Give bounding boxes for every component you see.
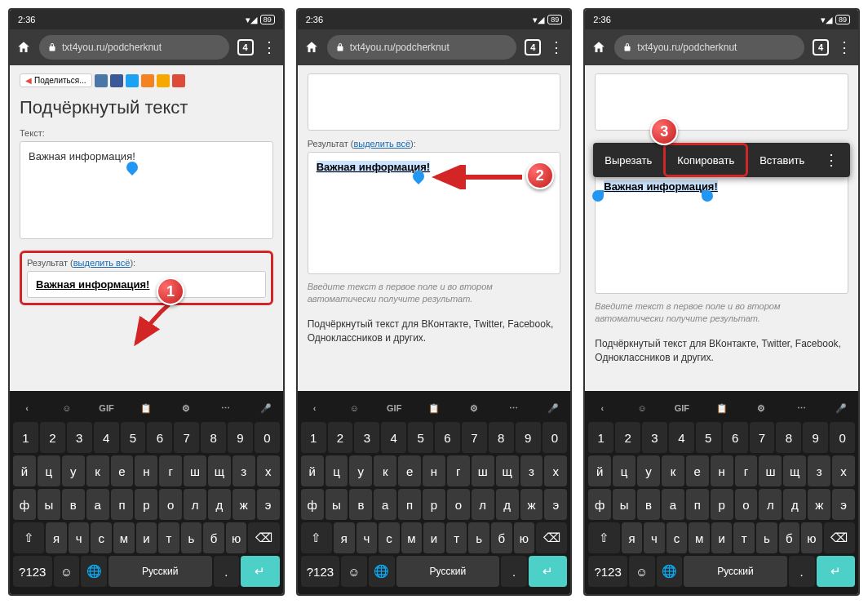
result-textbox[interactable]: Важная информация! [595,171,848,294]
key-letter[interactable]: щ [496,455,519,486]
gif-button[interactable]: GIF [383,397,405,419]
key-6[interactable]: 6 [435,422,460,453]
facebook-icon[interactable] [110,74,123,87]
globe-key[interactable]: 🌐 [657,556,683,587]
key-letter[interactable]: у [637,455,660,486]
selection-handle-right-icon[interactable] [702,190,713,202]
clipboard-icon[interactable]: 📋 [135,397,157,419]
key-letter[interactable]: ц [326,455,348,486]
key-letter[interactable]: ы [38,489,60,520]
key-letter[interactable]: л [184,489,206,520]
key-3[interactable]: 3 [642,422,667,453]
key-letter[interactable]: к [374,455,396,486]
key-6[interactable]: 6 [147,422,172,453]
space-key[interactable]: Русский [684,556,787,587]
key-letter[interactable]: в [349,489,372,520]
key-7[interactable]: 7 [462,422,487,453]
more-icon[interactable]: ⋯ [790,397,812,419]
google-icon[interactable] [172,74,185,87]
key-letter[interactable]: у [62,455,85,486]
key-letter[interactable]: ю [801,522,822,553]
input-textbox[interactable]: Важная информация! [20,141,273,239]
period-key[interactable]: . [501,556,527,587]
globe-key[interactable]: 🌐 [81,556,107,587]
key-4[interactable]: 4 [94,422,119,453]
symbols-key[interactable]: ?123 [13,556,52,587]
key-letter[interactable]: м [689,522,710,553]
clipboard-icon[interactable]: 📋 [711,397,733,419]
period-key[interactable]: . [214,556,240,587]
period-key[interactable]: . [789,556,815,587]
key-letter[interactable]: х [257,455,280,486]
key-0[interactable]: 0 [830,422,855,453]
key-2[interactable]: 2 [328,422,353,453]
key-letter[interactable]: т [733,522,755,553]
key-letter[interactable]: г [735,455,758,486]
key-8[interactable]: 8 [489,422,514,453]
key-letter[interactable]: х [832,455,855,486]
key-letter[interactable]: н [135,455,157,486]
key-letter[interactable]: в [637,489,660,520]
shift-key[interactable]: ⇧ [588,522,619,553]
key-letter[interactable]: л [759,489,782,520]
key-7[interactable]: 7 [750,422,775,453]
gif-button[interactable]: GIF [96,397,117,419]
menu-icon[interactable]: ⋮ [549,38,564,56]
more-menuitem[interactable]: ⋮ [816,151,847,169]
more-icon[interactable]: ⋯ [215,397,237,419]
key-letter[interactable]: ч [69,522,90,553]
key-letter[interactable]: ч [356,522,378,553]
collapse-icon[interactable]: ‹ [304,397,326,419]
key-2[interactable]: 2 [40,422,65,453]
key-letter[interactable]: п [111,489,134,520]
collapse-icon[interactable]: ‹ [591,397,613,419]
home-icon[interactable] [304,40,319,55]
key-letter[interactable]: ы [613,489,636,520]
key-letter[interactable]: ы [326,489,348,520]
mic-icon[interactable]: 🎤 [255,397,277,419]
url-bar[interactable]: txt4you.ru/podcherknut [327,35,517,60]
selection-handle-left-icon[interactable] [592,190,604,202]
key-letter[interactable]: е [111,455,134,486]
collapse-icon[interactable]: ‹ [16,397,38,419]
shift-key[interactable]: ⇧ [13,522,44,553]
emoji-key[interactable]: ☺ [629,556,655,587]
key-letter[interactable]: з [232,455,255,486]
key-letter[interactable]: й [301,455,324,486]
sticker-icon[interactable]: ☺ [343,397,365,419]
menu-icon[interactable]: ⋮ [837,38,852,56]
key-letter[interactable]: ю [226,522,247,553]
key-letter[interactable]: и [711,522,733,553]
enter-key[interactable]: ↵ [817,556,856,587]
key-1[interactable]: 1 [13,422,38,453]
key-letter[interactable]: й [13,455,36,486]
url-bar[interactable]: txt4you.ru/podcherknut [39,35,229,60]
key-letter[interactable]: а [662,489,684,520]
gif-button[interactable]: GIF [671,397,693,419]
backspace-key[interactable]: ⌫ [824,522,855,553]
key-letter[interactable]: ь [181,522,202,553]
key-letter[interactable]: о [159,489,182,520]
key-letter[interactable]: к [86,455,109,486]
key-letter[interactable]: и [136,522,157,553]
backspace-key[interactable]: ⌫ [248,522,279,553]
copy-menuitem[interactable]: Копировать [663,143,748,177]
key-6[interactable]: 6 [723,422,748,453]
key-letter[interactable]: г [159,455,182,486]
key-letter[interactable]: э [832,489,855,520]
key-letter[interactable]: ж [808,489,830,520]
input-textbox[interactable] [595,73,848,131]
key-letter[interactable]: н [711,455,733,486]
key-letter[interactable]: п [686,489,709,520]
home-icon[interactable] [591,40,606,55]
key-letter[interactable]: в [62,489,85,520]
key-letter[interactable]: ь [468,522,489,553]
cut-menuitem[interactable]: Вырезать [593,143,663,177]
key-letter[interactable]: а [86,489,109,520]
sticker-icon[interactable]: ☺ [631,397,653,419]
backspace-key[interactable]: ⌫ [536,522,567,553]
symbols-key[interactable]: ?123 [301,556,340,587]
key-1[interactable]: 1 [588,422,613,453]
key-letter[interactable]: г [447,455,470,486]
key-letter[interactable]: ф [13,489,36,520]
